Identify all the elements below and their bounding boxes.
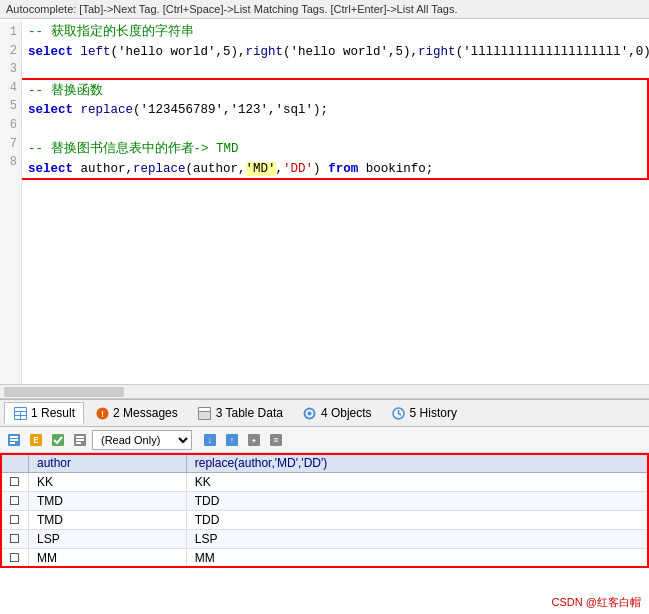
svg-rect-9 bbox=[199, 408, 210, 411]
autocomplete-text: Autocomplete: [Tab]->Next Tag. [Ctrl+Spa… bbox=[6, 3, 458, 15]
tab-tabledata[interactable]: 3 Table Data bbox=[189, 402, 292, 424]
table-row[interactable]: ☐ TMD TDD bbox=[1, 511, 649, 530]
svg-rect-3 bbox=[21, 412, 26, 415]
scrollbar-thumb[interactable] bbox=[4, 387, 124, 397]
code-line-3 bbox=[28, 62, 643, 82]
row-marker: ☐ bbox=[1, 473, 29, 492]
svg-rect-24 bbox=[76, 442, 81, 444]
tab-history-label: 5 History bbox=[410, 406, 457, 420]
row-marker: ☐ bbox=[1, 511, 29, 530]
tab-tabledata-label: 3 Table Data bbox=[216, 406, 283, 420]
svg-point-12 bbox=[308, 411, 312, 415]
code-line-6 bbox=[28, 121, 643, 141]
code-line-8: select author,replace(author,'MD','DD') … bbox=[28, 160, 643, 180]
cell-replace: KK bbox=[186, 473, 648, 492]
svg-text:✦: ✦ bbox=[251, 436, 257, 446]
svg-rect-22 bbox=[76, 436, 84, 438]
svg-rect-2 bbox=[15, 412, 20, 415]
cell-author: TMD bbox=[29, 492, 187, 511]
svg-rect-20 bbox=[52, 434, 64, 446]
toolbar-row: E (Read Only) ↓ ↑ ✦ ≡ bbox=[0, 427, 649, 453]
horizontal-scrollbar[interactable] bbox=[0, 384, 649, 398]
toolbar-btn-7[interactable]: ✦ bbox=[244, 430, 264, 450]
svg-rect-5 bbox=[21, 416, 26, 419]
tab-result-label: 1 Result bbox=[31, 406, 75, 420]
cell-author: TMD bbox=[29, 511, 187, 530]
tabs-bar: 1 Result ! 2 Messages 3 Table Data 4 Obj… bbox=[0, 399, 649, 427]
toolbar-btn-5[interactable]: ↓ bbox=[200, 430, 220, 450]
branding-text: CSDN @红客白帽 bbox=[552, 596, 641, 608]
table-row[interactable]: ☐ KK KK bbox=[1, 473, 649, 492]
results-table: author replace(author,'MD','DD') ☐ KK KK… bbox=[0, 453, 649, 568]
toolbar-btn-6[interactable]: ↑ bbox=[222, 430, 242, 450]
table-header-row: author replace(author,'MD','DD') bbox=[1, 454, 649, 473]
results-wrapper: author replace(author,'MD','DD') ☐ KK KK… bbox=[0, 453, 649, 568]
toolbar-btn-1[interactable] bbox=[4, 430, 24, 450]
row-marker: ☐ bbox=[1, 492, 29, 511]
row-marker: ☐ bbox=[1, 549, 29, 568]
svg-text:!: ! bbox=[101, 409, 104, 419]
svg-rect-10 bbox=[199, 412, 210, 419]
branding: CSDN @红客白帽 bbox=[552, 595, 641, 610]
row-marker: ☐ bbox=[1, 530, 29, 549]
cell-author: KK bbox=[29, 473, 187, 492]
toolbar-btn-4[interactable] bbox=[70, 430, 90, 450]
cell-author: MM bbox=[29, 549, 187, 568]
tab-messages-label: 2 Messages bbox=[113, 406, 178, 420]
warning-icon: ! bbox=[95, 406, 109, 420]
svg-rect-23 bbox=[76, 439, 84, 441]
code-line-4: -- 替换函数 bbox=[28, 82, 643, 102]
tab-objects[interactable]: 4 Objects bbox=[294, 402, 381, 424]
cell-replace: TDD bbox=[186, 492, 648, 511]
line-numbers: 1 2 3 4 5 6 7 8 bbox=[0, 21, 22, 396]
tab-history[interactable]: 5 History bbox=[383, 402, 466, 424]
tab-objects-label: 4 Objects bbox=[321, 406, 372, 420]
col-header-author: author bbox=[29, 454, 187, 473]
code-editor[interactable]: -- 获取指定的长度的字符串 select left('hello world'… bbox=[22, 21, 649, 396]
autocomplete-bar: Autocomplete: [Tab]->Next Tag. [Ctrl+Spa… bbox=[0, 0, 649, 19]
code-line-7: -- 替换图书信息表中的作者-> TMD bbox=[28, 140, 643, 160]
svg-rect-4 bbox=[15, 416, 20, 419]
table-row[interactable]: ☐ LSP LSP bbox=[1, 530, 649, 549]
tab-messages[interactable]: ! 2 Messages bbox=[86, 402, 187, 424]
row-marker-header bbox=[1, 454, 29, 473]
svg-rect-17 bbox=[10, 442, 15, 444]
svg-text:≡: ≡ bbox=[273, 436, 278, 446]
svg-text:↓: ↓ bbox=[207, 436, 212, 446]
results-area[interactable]: author replace(author,'MD','DD') ☐ KK KK… bbox=[0, 453, 649, 568]
cell-replace: MM bbox=[186, 549, 648, 568]
toolbar-btn-8[interactable]: ≡ bbox=[266, 430, 286, 450]
svg-text:E: E bbox=[33, 436, 39, 446]
code-line-5: select replace('123456789','123','sql'); bbox=[28, 101, 643, 121]
toolbar-btn-2[interactable]: E bbox=[26, 430, 46, 450]
tab-result[interactable]: 1 Result bbox=[4, 402, 84, 424]
svg-text:↑: ↑ bbox=[229, 436, 234, 446]
col-header-replace: replace(author,'MD','DD') bbox=[186, 454, 648, 473]
table-row[interactable]: ☐ MM MM bbox=[1, 549, 649, 568]
tabledata-icon bbox=[198, 406, 212, 420]
svg-rect-16 bbox=[10, 439, 18, 441]
objects-icon bbox=[303, 406, 317, 420]
code-line-2: select left('hello world',5),right('hell… bbox=[28, 43, 643, 63]
history-icon bbox=[392, 406, 406, 420]
cell-replace: TDD bbox=[186, 511, 648, 530]
code-line-1: -- 获取指定的长度的字符串 bbox=[28, 23, 643, 43]
toolbar-btn-3[interactable] bbox=[48, 430, 68, 450]
editor-area[interactable]: 1 2 3 4 5 6 7 8 -- 获取指定的长度的字符串 select le… bbox=[0, 19, 649, 399]
cell-replace: LSP bbox=[186, 530, 648, 549]
cell-author: LSP bbox=[29, 530, 187, 549]
table-icon bbox=[13, 406, 27, 420]
svg-rect-15 bbox=[10, 436, 18, 438]
svg-rect-1 bbox=[15, 408, 26, 411]
readonly-select[interactable]: (Read Only) bbox=[92, 430, 192, 450]
table-row[interactable]: ☐ TMD TDD bbox=[1, 492, 649, 511]
